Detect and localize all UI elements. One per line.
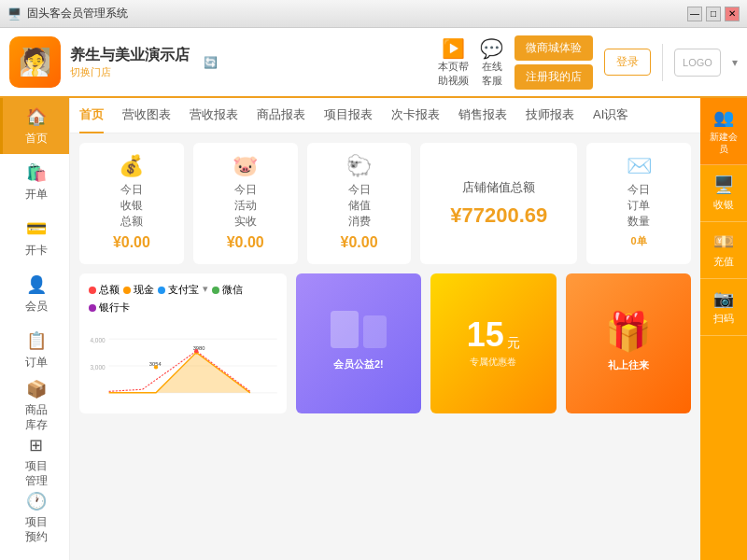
legend-total-label: 总额 — [99, 283, 120, 297]
tab-revenue-report[interactable]: 营收报表 — [190, 98, 238, 133]
legend-wechat: 微信 — [212, 283, 243, 297]
legend-alipay-label: 支付宝 — [168, 283, 199, 297]
new-member-icon: 👥 — [713, 107, 734, 128]
maximize-button[interactable]: □ — [706, 7, 721, 21]
switch-store-link[interactable]: 切换门店 — [70, 65, 190, 79]
tab-technician-report[interactable]: 技师报表 — [526, 98, 574, 133]
refresh-icon[interactable]: 🔄 — [204, 56, 218, 69]
sidebar-item-card[interactable]: 💳 开卡 — [0, 210, 69, 266]
promo-unit-2: 元 — [507, 335, 520, 352]
alipay-dot — [158, 287, 165, 294]
tab-project-report[interactable]: 项目报表 — [324, 98, 373, 133]
chat-icon: 💬 — [480, 37, 503, 60]
service-label: 在线客服 — [482, 60, 502, 87]
svg-text:3,000: 3,000 — [90, 364, 106, 371]
promo-card-3[interactable]: 🎁 礼上往来 — [566, 273, 691, 413]
sidebar-label-project: 项目管理 — [25, 459, 48, 488]
bills-icon: 📋 — [26, 330, 47, 351]
tab-sales-report[interactable]: 销售报表 — [458, 98, 507, 133]
sidebar-item-reservation[interactable]: 🕐 项目预约 — [0, 490, 69, 546]
stat-card-cashier: 💰 今日收银总额 ¥0.00 — [79, 143, 184, 264]
legend-wechat-label: 微信 — [222, 283, 243, 297]
tab-product-report[interactable]: 商品报表 — [257, 98, 305, 133]
promo-inner-2: 15 元 专属优惠卷 — [467, 318, 520, 369]
sidebar-item-order[interactable]: 🛍️ 开单 — [0, 154, 69, 210]
store-total-value: ¥77200.69 — [450, 203, 547, 228]
promo-text-1: 会员公益2! — [329, 353, 388, 376]
app-title: 固头客会员管理系统 — [27, 6, 128, 21]
activity-label: 今日活动实收 — [234, 182, 257, 229]
sidebar-item-project[interactable]: ⊞ 项目管理 — [0, 434, 69, 490]
rp-scan-label: 扫码 — [713, 312, 734, 326]
chart-card: 总额 现金 支付宝 ▾ 微信 — [79, 273, 287, 413]
cashier-value: ¥0.00 — [113, 234, 150, 251]
orders-icon: ✉️ — [627, 154, 652, 178]
bank-dot — [89, 304, 96, 312]
sidebar-label-member: 会员 — [25, 299, 48, 315]
gift-icon: 🎁 — [605, 310, 652, 354]
promo-text-3: 礼上往来 — [603, 354, 654, 377]
store-total-card: 店铺储值总额 ¥77200.69 — [420, 143, 577, 264]
tab-ai-customer[interactable]: AI识客 — [593, 98, 628, 133]
tab-nextcard-report[interactable]: 次卡报表 — [391, 98, 440, 133]
svg-point-9 — [194, 349, 198, 353]
promo-card-1[interactable]: 会员公益2! — [296, 273, 421, 413]
cashier-icon: 💰 — [119, 154, 144, 178]
service-action[interactable]: 💬 在线客服 — [480, 37, 503, 87]
app-icon: 🖥️ — [7, 7, 21, 21]
right-panel: 👥 新建会员 🖥️ 收银 💴 充值 📷 扫码 — [700, 98, 747, 560]
sidebar-label-bills: 订单 — [25, 355, 48, 371]
title-bar: 🖥️ 固头客会员管理系统 — □ ✕ — [0, 0, 747, 28]
wechat-shop-button[interactable]: 微商城体验 — [514, 35, 593, 61]
tab-revenue-chart[interactable]: 营收图表 — [122, 98, 171, 133]
stat-card-activity: 🐷 今日活动实收 ¥0.00 — [193, 143, 298, 264]
sidebar-item-bills[interactable]: 📋 订单 — [0, 322, 69, 378]
svg-point-10 — [154, 365, 158, 369]
store-info: 养生与美业演示店 切换门店 — [70, 46, 190, 79]
dropdown-arrow-icon[interactable]: ▾ — [732, 56, 738, 69]
promo-sub-2: 专属优惠卷 — [470, 356, 516, 369]
promo-inner-1: 会员公益2! — [329, 311, 388, 376]
stats-row: 💰 今日收银总额 ¥0.00 🐷 今日活动实收 ¥0.00 🐑 今日储值消费 ¥… — [79, 143, 691, 264]
legend-cash: 现金 — [123, 283, 154, 297]
home-icon: 🏠 — [26, 106, 47, 127]
storage-value: ¥0.00 — [341, 234, 378, 251]
activity-value: ¥0.00 — [227, 234, 264, 251]
video-help-action[interactable]: ▶️ 本页帮助视频 — [438, 37, 469, 87]
tab-home[interactable]: 首页 — [79, 98, 104, 133]
sidebar-item-member[interactable]: 👤 会员 — [0, 266, 69, 322]
close-button[interactable]: ✕ — [725, 7, 740, 21]
stat-card-storage: 🐑 今日储值消费 ¥0.00 — [307, 143, 412, 264]
minimize-button[interactable]: — — [687, 7, 702, 21]
wechat-dot — [212, 287, 219, 294]
svg-marker-5 — [109, 353, 277, 393]
store-total-label: 店铺储值总额 — [462, 179, 535, 196]
header: 🧖 养生与美业演示店 切换门店 🔄 ▶️ 本页帮助视频 💬 在线客服 微商城体验… — [0, 28, 747, 98]
scan-icon: 📷 — [713, 288, 734, 309]
legend-down-icon[interactable]: ▾ — [203, 283, 208, 297]
sidebar-item-stock[interactable]: 📦 商品库存 — [0, 378, 69, 434]
recharge-icon: 💴 — [713, 231, 734, 252]
sidebar-item-home[interactable]: 🏠 首页 — [0, 98, 69, 154]
order-icon: 🛍️ — [26, 162, 47, 183]
promo-card-2[interactable]: 15 元 专属优惠卷 — [430, 273, 556, 413]
legend-total: 总额 — [89, 283, 120, 297]
legend-bank-label: 银行卡 — [99, 301, 130, 315]
rp-scan[interactable]: 📷 扫码 — [700, 279, 747, 336]
bottom-row: 总额 现金 支付宝 ▾ 微信 — [79, 273, 691, 413]
cash-dot — [123, 287, 131, 294]
login-button[interactable]: 登录 — [604, 49, 651, 76]
cashier-rp-icon: 🖥️ — [713, 175, 734, 195]
dashboard: 💰 今日收银总额 ¥0.00 🐷 今日活动实收 ¥0.00 🐑 今日储值消费 ¥… — [70, 133, 700, 560]
cashier-label: 今日收银总额 — [120, 182, 143, 229]
store-name: 养生与美业演示店 — [70, 46, 190, 65]
card-icon: 💳 — [26, 218, 47, 239]
register-button[interactable]: 注册我的店 — [514, 64, 593, 90]
rp-recharge[interactable]: 💴 充值 — [700, 222, 747, 279]
rp-cashier-label: 收银 — [713, 198, 734, 212]
rp-cashier[interactable]: 🖥️ 收银 — [700, 165, 747, 222]
rp-new-member[interactable]: 👥 新建会员 — [700, 98, 747, 165]
sidebar: 🏠 首页 🛍️ 开单 💳 开卡 👤 会员 📋 订单 📦 商品库存 ⊞ 项目管理 — [0, 98, 70, 560]
sidebar-label-reservation: 项目预约 — [25, 515, 48, 544]
header-actions: ▶️ 本页帮助视频 💬 在线客服 微商城体验 注册我的店 登录 LOGO ▾ — [438, 35, 738, 90]
